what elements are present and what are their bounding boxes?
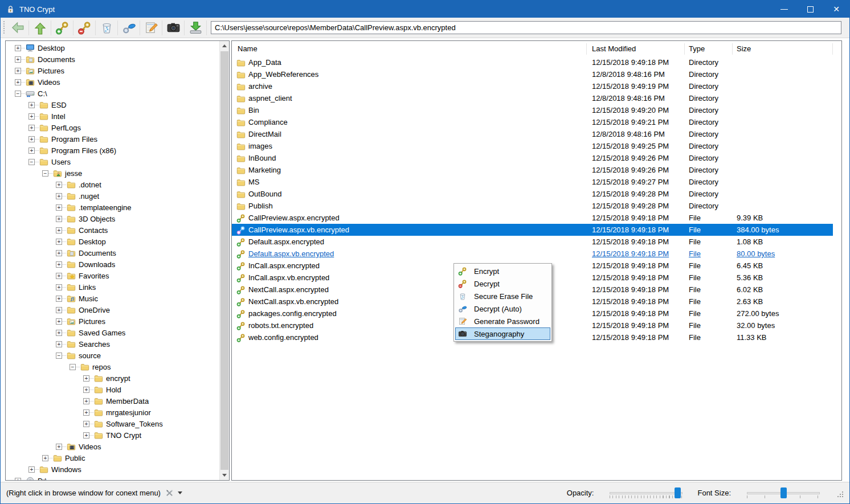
scrollbar-thumb[interactable] [220,51,228,470]
expand-toggle[interactable]: + [28,102,35,108]
file-row[interactable]: DirectMail12/8/2018 9:48:16 PMDirectory [232,128,833,140]
expand-toggle[interactable]: + [56,444,62,450]
resize-grip[interactable] [837,490,845,498]
file-row[interactable]: OutBound12/15/2018 9:49:28 PMDirectory [232,188,833,200]
expand-toggle[interactable]: + [15,478,21,481]
expand-toggle[interactable]: + [56,296,62,302]
expand-toggle[interactable]: + [56,250,62,256]
font-size-slider[interactable] [747,487,820,498]
decrypt-auto-button[interactable] [118,19,139,36]
expand-toggle[interactable]: + [83,409,89,416]
opacity-slider-track[interactable] [610,492,683,494]
expand-toggle[interactable]: + [56,318,62,325]
tree-item[interactable]: +encrypt [6,372,219,384]
menu-item-steganography[interactable]: Steganography [455,327,550,340]
expand-toggle[interactable]: + [56,227,62,233]
back-button[interactable] [7,19,28,36]
file-row[interactable]: InBound12/15/2018 9:49:26 PMDirectory [232,152,833,164]
expand-toggle[interactable]: + [83,421,89,427]
expand-toggle[interactable]: + [56,216,62,222]
toolbar-grip[interactable] [3,21,5,35]
file-row[interactable]: App_WebReferences12/8/2018 9:48:16 PMDir… [232,68,833,80]
collapse-toggle[interactable]: − [15,91,21,97]
expand-toggle[interactable]: + [42,455,48,461]
file-row[interactable]: CallPreview.aspx.encrypted12/15/2018 9:4… [232,212,833,224]
extract-button[interactable] [185,19,206,36]
chevron-down-icon[interactable] [178,491,182,494]
address-bar-input[interactable] [211,21,841,34]
tree-item[interactable]: +TNO Crypt [6,429,219,441]
scroll-up-button[interactable] [220,41,229,51]
opacity-slider-thumb[interactable] [675,487,681,498]
expand-toggle[interactable]: + [56,307,62,313]
tree-item[interactable]: +.nuget [6,190,219,202]
tree-item[interactable]: +Windows [6,464,219,475]
encrypt-button[interactable] [52,19,72,36]
expand-toggle[interactable]: + [15,79,21,85]
collapse-toggle[interactable]: − [56,353,62,359]
tree-item[interactable]: +Pictures [6,65,219,76]
collapse-toggle[interactable]: − [42,170,48,177]
tree-item[interactable]: +Desktop [6,42,219,54]
tree-item[interactable]: +PerfLogs [6,122,219,133]
column-header-name[interactable]: Name [232,43,587,55]
collapse-toggle[interactable]: − [28,159,35,165]
file-row[interactable]: Bin12/15/2018 9:49:20 PMDirectory [232,104,833,116]
file-row[interactable]: App_Data12/15/2018 9:49:18 PMDirectory [232,56,833,68]
tree-item[interactable]: +Software_Tokens [6,418,219,429]
expand-toggle[interactable]: + [15,56,21,63]
tree-item[interactable]: +Documents [6,54,219,65]
expand-toggle[interactable]: + [83,375,89,382]
tree-item[interactable]: +Searches [6,338,219,350]
tools-icon[interactable] [165,489,174,497]
tree-item[interactable]: +mrgatesjunior [6,407,219,418]
minimize-button[interactable] [771,1,797,18]
column-header-type[interactable]: Type [685,43,733,55]
expand-toggle[interactable]: + [56,261,62,268]
secure-erase-button[interactable] [96,19,117,36]
tree-item[interactable]: +Videos [6,441,219,452]
tree-item[interactable]: +OneDrive [6,304,219,315]
file-row[interactable]: MS12/15/2018 9:49:27 PMDirectory [232,176,833,188]
file-row[interactable]: CallPreview.aspx.vb.encrypted12/15/2018 … [232,224,833,236]
file-row[interactable]: Marketing12/15/2018 9:49:26 PMDirectory [232,164,833,176]
expand-toggle[interactable]: + [15,45,21,51]
file-row[interactable]: Compliance12/15/2018 9:49:21 PMDirectory [232,116,833,128]
tree-item[interactable]: +D:\ [6,475,219,480]
tree-item[interactable]: +Program Files (x86) [6,145,219,156]
tree-item[interactable]: +Public [6,452,219,464]
expand-toggle[interactable]: + [83,387,89,393]
tree-item[interactable]: +Documents [6,247,219,259]
up-button[interactable] [30,19,50,36]
expand-toggle[interactable]: + [56,284,62,290]
expand-toggle[interactable]: + [83,432,89,439]
tree-item[interactable]: +Downloads [6,259,219,270]
generate-password-button[interactable] [141,19,161,36]
tree-scrollbar[interactable] [219,41,229,480]
tree-item[interactable]: +Music [6,293,219,304]
expand-toggle[interactable]: + [56,239,62,245]
steganography-button[interactable] [163,19,183,36]
opacity-slider[interactable] [610,487,683,498]
file-row[interactable]: archive12/15/2018 9:49:19 PMDirectory [232,80,833,92]
tree-item[interactable]: +Favorites [6,270,219,281]
menu-item-encrypt[interactable]: Encrypt [455,265,550,277]
expand-toggle[interactable]: + [28,466,35,473]
column-header-last-modified[interactable]: Last Modified [587,43,685,55]
tree-item[interactable]: +Hold [6,384,219,395]
tree-item[interactable]: +Videos [6,76,219,88]
tree-item[interactable]: −jesse [6,167,219,179]
expand-toggle[interactable]: + [15,68,21,74]
tree-item[interactable]: −source [6,350,219,361]
tree-item[interactable]: +Saved Games [6,327,219,338]
expand-toggle[interactable]: + [83,398,89,404]
menu-item-secure-erase-file[interactable]: Secure Erase File [455,290,550,302]
expand-toggle[interactable]: + [56,273,62,279]
menu-item-decrypt[interactable]: Decrypt [455,277,550,290]
file-row[interactable]: Default.aspx.encrypted12/15/2018 9:49:18… [232,236,833,248]
collapse-toggle[interactable]: − [70,364,76,370]
maximize-button[interactable] [797,1,823,18]
tree-item[interactable]: +ESD [6,99,219,110]
tree-item[interactable]: +3D Objects [6,213,219,224]
tree-item[interactable]: −repos [6,361,219,372]
